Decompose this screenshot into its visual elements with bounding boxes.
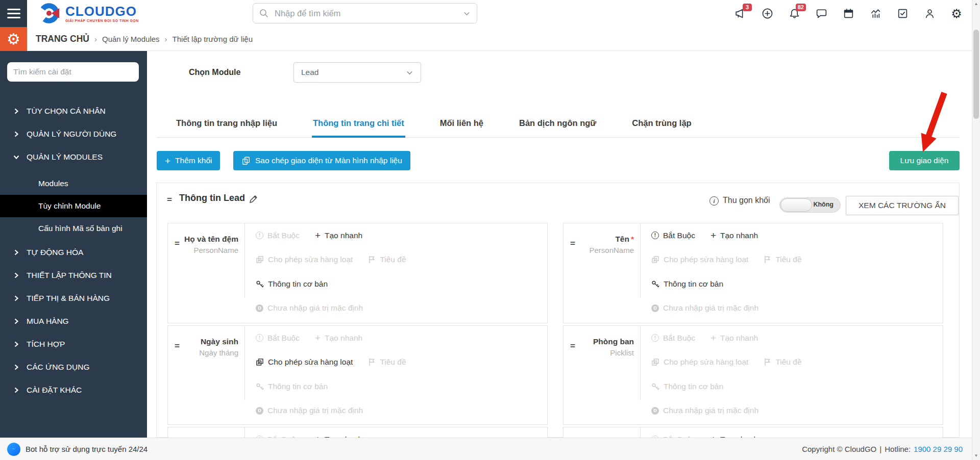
quick-create-toggle[interactable]: +Tạo nhanh (315, 231, 362, 240)
sidebar-item-label: TÍCH HỢP (27, 340, 65, 349)
breadcrumb-modules[interactable]: Quản lý Modules (102, 35, 160, 43)
collapse-block-toggle[interactable]: Không (779, 197, 841, 213)
mass-edit-toggle[interactable]: Cho phép sửa hàng loạt (651, 255, 748, 264)
chat-icon[interactable] (815, 7, 828, 20)
vertical-scrollbar[interactable]: ▲ ▼ (972, 0, 980, 460)
tab-duplicate-blocking[interactable]: Chặn trùng lặp (631, 118, 692, 137)
quick-create-toggle[interactable]: +Tạo nhanh (315, 333, 362, 343)
breadcrumb-home[interactable]: TRANG CHỦ (36, 34, 89, 44)
task-check-icon[interactable] (896, 7, 909, 20)
default-value-toggle[interactable]: DChưa nhập giá trị mặc định (256, 406, 363, 415)
key-icon (256, 382, 264, 391)
sidebar-item-marketing-sales[interactable]: TIẾP THỊ & BÁN HÀNG (0, 287, 147, 310)
sidebar-item-label: QUẢN LÝ MODULES (27, 152, 103, 162)
flag-icon (368, 255, 376, 264)
header-field-toggle[interactable]: Tiêu đề (764, 357, 801, 367)
divider (244, 326, 245, 400)
calendar-icon[interactable] (842, 7, 855, 20)
sidebar-item-label: MUA HÀNG (27, 317, 69, 326)
messenger-icon[interactable] (7, 443, 20, 456)
analytics-icon[interactable] (869, 7, 882, 20)
flag-icon (764, 358, 771, 366)
sidebar-item-automation[interactable]: TỰ ĐỘNG HÓA (0, 241, 147, 264)
sidebar-item-apps[interactable]: CÁC ỨNG DỤNG (0, 355, 147, 378)
sidebar-subitem-customize-module[interactable]: Tùy chỉnh Module (0, 195, 147, 217)
sidebar-item-personal-options[interactable]: TÙY CHỌN CÁ NHÂN (0, 99, 147, 122)
scroll-down-icon[interactable]: ▼ (972, 453, 980, 458)
sidebar-item-user-management[interactable]: QUẢN LÝ NGƯỜI DÙNG (0, 122, 147, 145)
save-layout-button[interactable]: Lưu giao diện (889, 151, 960, 170)
module-management-subgroup: Modules Tùy chỉnh Module Cấu hình Mã số … (0, 172, 147, 240)
add-block-button[interactable]: + Thêm khối (157, 151, 220, 170)
field-type: Ngày tháng (168, 348, 238, 357)
required-toggle[interactable]: !Bắt Buộc (256, 231, 300, 240)
edit-pencil-icon[interactable] (249, 194, 258, 204)
settings-gear-tile[interactable]: ⚙ (0, 27, 27, 51)
mass-edit-toggle[interactable]: Cho phép sửa hàng loạt (256, 357, 353, 367)
mass-edit-icon (651, 358, 659, 366)
required-toggle[interactable]: !Bắt Buộc (651, 231, 695, 240)
hotline-number[interactable]: 1900 29 29 90 (914, 445, 963, 453)
view-hidden-fields-button[interactable]: XEM CÁC TRƯỜNG ẨN (846, 196, 959, 215)
key-field-toggle[interactable]: Thông tin cơ bản (651, 382, 723, 391)
default-value-toggle[interactable]: DChưa nhập giá trị mặc định (256, 303, 363, 313)
sidebar-subitem-label: Tùy chỉnh Module (38, 201, 101, 211)
user-icon[interactable] (923, 7, 936, 20)
chevron-right-icon: › (165, 35, 167, 43)
mass-edit-toggle[interactable]: Cho phép sửa hàng loạt (651, 357, 748, 367)
quick-create-toggle[interactable]: +Tạo nhanh (710, 231, 758, 240)
megaphone-icon[interactable]: 3 (733, 7, 747, 20)
field-name: Phòng ban (564, 337, 634, 346)
sidebar-subitem-modules[interactable]: Modules (0, 172, 147, 195)
sidebar-item-module-management[interactable]: QUẢN LÝ MODULES (0, 145, 147, 168)
quick-create-toggle[interactable]: +Tạo nhanh (710, 333, 758, 343)
sidebar-item-integrations[interactable]: TÍCH HỢP (0, 333, 147, 355)
sidebar-subitem-record-number-config[interactable]: Cấu hình Mã số bản ghi (0, 217, 147, 240)
sidebar-item-purchasing[interactable]: MUA HÀNG (0, 310, 147, 333)
field-card-ten: = Tên* PersonName !Bắt Buộc +Tạo nhanh C… (563, 223, 943, 323)
field-type: Picklist (564, 348, 634, 357)
header-field-toggle[interactable]: Tiêu đề (368, 255, 406, 264)
support-bot-link[interactable]: Bot hỗ trợ sử dụng trực tuyến 24/24 (26, 438, 148, 460)
exclamation-circle-icon: ! (256, 334, 263, 342)
key-field-toggle[interactable]: Thông tin cơ bản (256, 382, 328, 391)
tab-relationships[interactable]: Mối liên hệ (439, 118, 484, 137)
scroll-up-icon[interactable]: ▲ (972, 2, 980, 6)
topbar-icons: 3 82 ⚙ (733, 0, 963, 27)
sidebar-item-other-settings[interactable]: CÀI ĐẶT KHÁC (0, 378, 147, 401)
sidebar-item-info-setup[interactable]: THIẾT LẬP THÔNG TIN (0, 264, 147, 287)
required-toggle[interactable]: !Bắt Buộc (256, 334, 300, 343)
block-drag-handle-icon[interactable]: = (167, 195, 172, 205)
required-toggle[interactable]: !Bắt Buộc (651, 334, 695, 343)
hamburger-menu-button[interactable] (0, 0, 27, 27)
default-value-toggle[interactable]: DChưa nhập giá trị mặc định (651, 303, 758, 313)
cloudgo-logo[interactable]: CLOUDGO GIẢI PHÁP CHUYỂN ĐỔI SỐ TINH GỌN (38, 2, 139, 24)
tab-detail-page-info[interactable]: Thông tin trang chi tiết (312, 118, 405, 137)
sidebar-nav: TÙY CHỌN CÁ NHÂN QUẢN LÝ NGƯỜI DÙNG QUẢN… (0, 99, 147, 401)
sidebar-item-label: CÁC ỨNG DỤNG (27, 363, 89, 372)
chevron-right-icon (13, 108, 19, 114)
mass-edit-toggle[interactable]: Cho phép sửa hàng loạt (256, 255, 353, 264)
logo-title: CLOUDGO (65, 5, 139, 18)
global-search-input[interactable] (274, 8, 458, 19)
tab-input-page-info[interactable]: Thông tin trang nhập liệu (175, 118, 278, 137)
chevron-right-icon (13, 387, 19, 393)
default-value-toggle[interactable]: DChưa nhập giá trị mặc định (651, 406, 758, 415)
plus-circle-icon[interactable] (761, 7, 774, 20)
sidebar-search-input[interactable] (7, 62, 139, 82)
breadcrumb-field-setup[interactable]: Thiết lập trường dữ liệu (173, 35, 253, 43)
scrollbar-thumb[interactable] (973, 30, 979, 119)
gear-icon[interactable]: ⚙ (950, 7, 963, 20)
key-field-toggle[interactable]: Thông tin cơ bản (256, 279, 328, 289)
chevron-down-icon (406, 69, 413, 76)
module-select[interactable]: Lead (293, 62, 421, 83)
header-field-toggle[interactable]: Tiêu đề (764, 255, 801, 264)
info-icon[interactable]: i (709, 196, 719, 206)
tab-language-translation[interactable]: Bản dịch ngôn ngữ (518, 118, 597, 137)
global-search[interactable] (253, 3, 477, 23)
copy-layout-button[interactable]: Sao chép giao diện từ Màn hình nhập liệu (233, 151, 410, 170)
bell-icon[interactable]: 82 (788, 7, 801, 20)
chevron-right-icon (13, 364, 19, 370)
header-field-toggle[interactable]: Tiêu đề (368, 357, 406, 367)
key-field-toggle[interactable]: Thông tin cơ bản (651, 279, 723, 289)
